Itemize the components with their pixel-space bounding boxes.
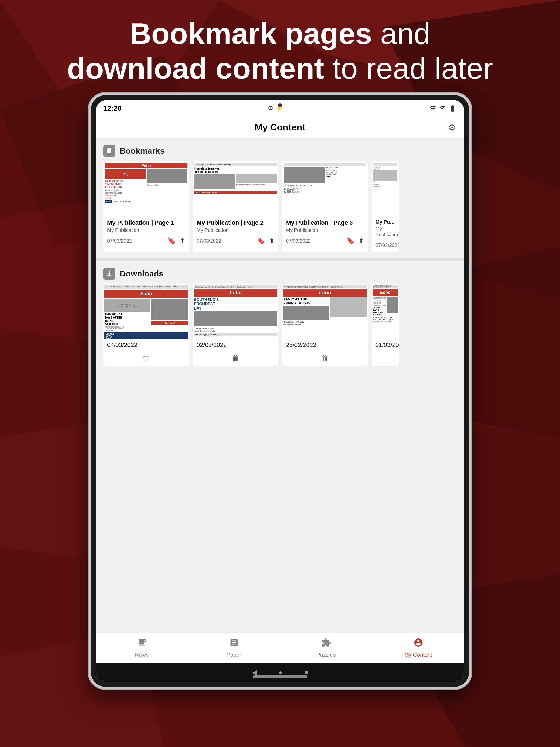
bookmarks-section-header: Bookmarks	[96, 138, 464, 161]
bookmark-card-3[interactable]: BACK IN THE. Bowling alleyset to open at…	[282, 161, 368, 252]
bookmark-card-4-bottom: 07/03/2022 🔖	[372, 241, 399, 252]
download-card-1-info: 04/03/2022	[103, 339, 189, 351]
bookmark-card-2-actions: 🔖 ⬆	[257, 237, 275, 245]
bookmark-icon-1[interactable]: 🔖	[168, 237, 176, 245]
bookmark-card-1-bottom: 07/03/2022 🔖 ⬆	[103, 237, 189, 248]
download-card-1[interactable]: PRESIDENT'S FICTION TELL: SHE WOULD BE B…	[103, 284, 189, 366]
download-card-4-date: 01/03/2022	[376, 341, 395, 349]
nav-item-mycontent[interactable]: My Content	[372, 633, 464, 663]
download-card-1-date: 04/03/2022	[107, 341, 185, 349]
gear-icon: ⚙	[268, 105, 273, 112]
download-card-3-divider	[286, 366, 364, 366]
downloads-section-title: Downloads	[120, 269, 163, 278]
hero-light-1: and	[372, 17, 430, 50]
download-card-2-date: 02/03/2022	[197, 341, 275, 349]
bookmark-card-3-image: BACK IN THE. Bowling alleyset to open at…	[282, 161, 368, 216]
bookmark-card-1-actions: 🔖 ⬆	[168, 237, 185, 245]
bottom-navigation: News Paper	[96, 633, 464, 663]
bookmarks-items-row: Echo Backhe is. WOMAN, 87, IN'AMBULANCEF…	[96, 161, 464, 258]
nav-item-puzzles[interactable]: Puzzles	[280, 633, 372, 663]
settings-gear-icon[interactable]: ⚙	[448, 122, 456, 133]
bookmarks-icon	[103, 145, 116, 157]
bookmark-card-2-title: My Publication | Page 2	[197, 219, 275, 226]
app-header: My Content ⚙	[96, 117, 464, 138]
download-card-2-action: 🗑	[193, 351, 278, 366]
tablet-bezel: 12:20 ⚙ ⚡	[91, 95, 469, 687]
download-card-3[interactable]: THREE CALL FOR GRAND CINEMA'S 100 TO DO …	[282, 284, 368, 366]
bookmark-card-3-info: My Publication | Page 3 My Publication	[282, 216, 368, 237]
puzzles-nav-label: Puzzles	[316, 652, 335, 658]
download-card-3-date: 28/02/2022	[286, 341, 364, 349]
share-icon-3[interactable]: ⬆	[358, 237, 364, 245]
bookmark-card-2[interactable]: FOLLOW US: fb.me/southendecho Homeless t…	[193, 161, 278, 252]
bookmark-card-4-title: My Publication | P...	[376, 219, 395, 225]
bookmark-card-4-image: Spotlightawards Giant co...artworkat Eas…	[372, 161, 399, 216]
android-recent-button[interactable]: ■	[304, 669, 308, 676]
tablet-screen: 12:20 ⚙ ⚡	[96, 100, 464, 682]
download-card-1-action: 🗑	[103, 351, 189, 366]
delete-icon-1[interactable]: 🗑	[143, 354, 150, 363]
bookmark-card-4-pub: My Publication	[376, 226, 395, 238]
newspaper-page-2: FOLLOW US: fb.me/southendecho Homeless t…	[193, 161, 278, 216]
bookmark-card-2-bottom: 07/03/2022 🔖 ⬆	[193, 237, 278, 248]
download-card-4-partial[interactable]: MUM'S FURY AS SON, 5, SUSPENDED: I TIMES…	[372, 284, 399, 366]
mycontent-nav-label: My Content	[404, 652, 432, 658]
newspaper-page-1: Echo Backhe is. WOMAN, 87, IN'AMBULANCEF…	[103, 161, 189, 216]
bookmark-icon-3[interactable]: 🔖	[347, 237, 355, 245]
bookmark-card-2-pub: My Publication	[197, 228, 275, 233]
tablet-outer-frame: 12:20 ⚙ ⚡	[88, 93, 472, 689]
bookmark-card-2-date: 07/03/2022	[197, 238, 221, 244]
bookmark-card-1-image: Echo Backhe is. WOMAN, 87, IN'AMBULANCEF…	[103, 161, 189, 216]
hero-light-2: to read later	[324, 51, 493, 85]
nav-item-news[interactable]: News	[96, 633, 188, 663]
puzzles-nav-icon	[321, 638, 331, 650]
share-icon-1[interactable]: ⬆	[180, 237, 185, 245]
download-card-4-action	[372, 351, 399, 357]
share-icon-2[interactable]: ⬆	[269, 237, 275, 245]
android-nav-bar: ◀ ● ■	[96, 663, 464, 682]
nav-item-paper[interactable]: Paper	[188, 633, 280, 663]
signal-icon	[439, 104, 447, 112]
android-home-button[interactable]: ●	[279, 669, 283, 676]
bookmark-card-1-info: My Publication | Page 1 My Publication	[103, 216, 189, 237]
bookmark-card-1-pub: My Publication	[107, 228, 185, 233]
download-card-3-action: 🗑	[282, 351, 368, 366]
hero-bold-1: Bookmark pages	[130, 17, 372, 50]
hero-title: Bookmark pages and download content to r…	[27, 17, 533, 85]
app-header-title: My Content	[255, 122, 305, 133]
news-nav-label: News	[135, 652, 149, 658]
battery-icon	[449, 104, 457, 112]
downloads-section-header: Downloads	[96, 261, 464, 284]
download-card-2-info: 02/03/2022	[193, 339, 278, 351]
newspaper-page-3: BACK IN THE. Bowling alleyset to open at…	[282, 161, 368, 216]
download-card-2[interactable]: Looking forward for the Great States - t…	[193, 284, 278, 366]
bookmark-card-4-partial[interactable]: Spotlightawards Giant co...artworkat Eas…	[372, 161, 399, 252]
status-bar: 12:20 ⚙ ⚡	[96, 100, 464, 117]
android-back-button[interactable]: ◀	[252, 669, 257, 676]
bookmark-card-4-info: My Publication | P... My Publication	[372, 216, 399, 241]
section-separator	[96, 258, 464, 261]
download-card-3-info: 28/02/2022	[282, 339, 368, 351]
download-card-2-image: Looking forward for the Great States - t…	[193, 284, 278, 339]
download-card-4-info: 01/03/2022	[372, 339, 399, 351]
bookmark-card-3-actions: 🔖 ⬆	[347, 237, 364, 245]
delete-icon-3[interactable]: 🗑	[321, 354, 329, 363]
downloads-items-row: PRESIDENT'S FICTION TELL: SHE WOULD BE B…	[96, 284, 464, 371]
bookmark-icon-2[interactable]: 🔖	[257, 237, 265, 245]
bookmark-card-3-pub: My Publication	[286, 228, 364, 233]
bookmark-card-3-title: My Publication | Page 3	[286, 219, 364, 226]
download-card-3-image: THREE CALL FOR GRAND CINEMA'S 100 TO DO …	[282, 284, 368, 339]
downloads-icon	[103, 268, 116, 280]
download-card-1-divider	[107, 366, 185, 366]
delete-icon-2[interactable]: 🗑	[232, 354, 239, 363]
bottom-spacing	[96, 371, 464, 377]
bookmark-card-2-image: FOLLOW US: fb.me/southendecho Homeless t…	[193, 161, 278, 216]
status-icons-right	[429, 104, 457, 112]
bookmark-card-1-date: 07/03/2022	[107, 238, 132, 244]
bookmark-card-1[interactable]: Echo Backhe is. WOMAN, 87, IN'AMBULANCEF…	[103, 161, 189, 252]
bookmark-card-1-title: My Publication | Page 1	[107, 219, 185, 226]
bookmark-card-3-date: 07/03/2022	[286, 238, 311, 244]
tablet-home-indicator[interactable]	[253, 675, 307, 678]
paper-nav-icon	[229, 638, 239, 650]
download-card-4-image: MUM'S FURY AS SON, 5, SUSPENDED: I TIMES…	[372, 284, 399, 339]
